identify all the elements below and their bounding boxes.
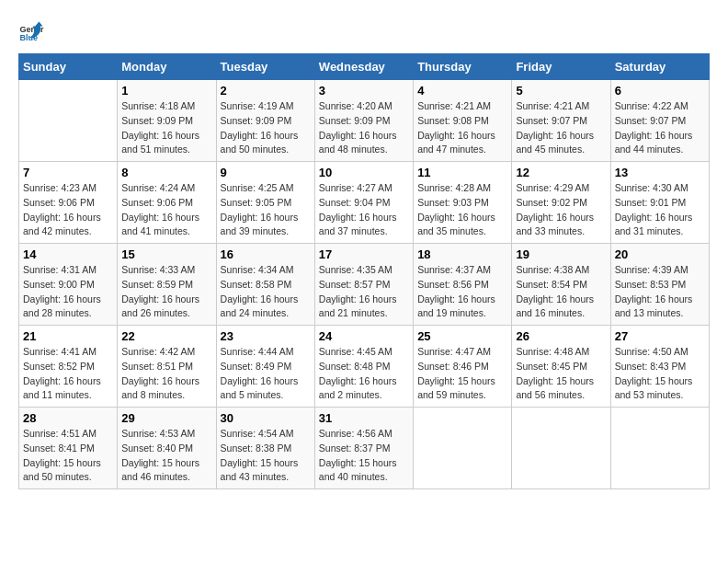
calendar-cell: 30Sunrise: 4:54 AM Sunset: 8:38 PM Dayli… — [216, 408, 314, 489]
day-number: 3 — [319, 84, 409, 98]
calendar-cell: 21Sunrise: 4:41 AM Sunset: 8:52 PM Dayli… — [19, 326, 118, 408]
day-info: Sunrise: 4:45 AM Sunset: 8:48 PM Dayligh… — [319, 345, 409, 403]
day-info: Sunrise: 4:53 AM Sunset: 8:40 PM Dayligh… — [121, 427, 211, 485]
day-number: 22 — [121, 329, 211, 343]
calendar-cell: 26Sunrise: 4:48 AM Sunset: 8:45 PM Dayli… — [512, 326, 610, 408]
calendar-cell: 13Sunrise: 4:30 AM Sunset: 9:01 PM Dayli… — [610, 162, 709, 244]
day-info: Sunrise: 4:31 AM Sunset: 9:00 PM Dayligh… — [23, 263, 113, 321]
day-number: 30 — [221, 411, 311, 425]
calendar-cell: 9Sunrise: 4:25 AM Sunset: 9:05 PM Daylig… — [216, 162, 314, 244]
week-row-3: 14Sunrise: 4:31 AM Sunset: 9:00 PM Dayli… — [19, 244, 710, 326]
column-header-wednesday: Wednesday — [314, 54, 413, 80]
day-info: Sunrise: 4:51 AM Sunset: 8:41 PM Dayligh… — [23, 427, 113, 485]
week-row-5: 28Sunrise: 4:51 AM Sunset: 8:41 PM Dayli… — [19, 408, 710, 489]
day-info: Sunrise: 4:25 AM Sunset: 9:05 PM Dayligh… — [221, 181, 311, 239]
day-number: 28 — [23, 411, 113, 425]
calendar-cell: 1Sunrise: 4:18 AM Sunset: 9:09 PM Daylig… — [118, 80, 216, 162]
day-number: 17 — [319, 247, 409, 261]
calendar-cell: 2Sunrise: 4:19 AM Sunset: 9:09 PM Daylig… — [216, 80, 314, 162]
calendar-cell: 22Sunrise: 4:42 AM Sunset: 8:51 PM Dayli… — [118, 326, 216, 408]
calendar-cell: 18Sunrise: 4:37 AM Sunset: 8:56 PM Dayli… — [414, 244, 512, 326]
day-number: 15 — [121, 247, 211, 261]
calendar-cell: 6Sunrise: 4:22 AM Sunset: 9:07 PM Daylig… — [610, 80, 709, 162]
day-number: 25 — [417, 329, 507, 343]
calendar-cell: 12Sunrise: 4:29 AM Sunset: 9:02 PM Dayli… — [512, 162, 610, 244]
week-row-2: 7Sunrise: 4:23 AM Sunset: 9:06 PM Daylig… — [19, 162, 710, 244]
day-number: 27 — [615, 329, 705, 343]
day-info: Sunrise: 4:24 AM Sunset: 9:06 PM Dayligh… — [121, 181, 211, 239]
calendar-cell: 11Sunrise: 4:28 AM Sunset: 9:03 PM Dayli… — [414, 162, 512, 244]
calendar-cell: 16Sunrise: 4:34 AM Sunset: 8:58 PM Dayli… — [216, 244, 314, 326]
calendar-cell: 31Sunrise: 4:56 AM Sunset: 8:37 PM Dayli… — [314, 408, 413, 489]
day-number: 14 — [23, 247, 113, 261]
calendar-cell: 17Sunrise: 4:35 AM Sunset: 8:57 PM Dayli… — [314, 244, 413, 326]
day-info: Sunrise: 4:23 AM Sunset: 9:06 PM Dayligh… — [23, 181, 113, 239]
day-info: Sunrise: 4:29 AM Sunset: 9:02 PM Dayligh… — [516, 181, 606, 239]
calendar-cell — [414, 408, 512, 489]
page-header: General Blue — [18, 18, 710, 44]
day-info: Sunrise: 4:20 AM Sunset: 9:09 PM Dayligh… — [319, 99, 409, 157]
day-number: 2 — [221, 84, 311, 98]
calendar-cell: 20Sunrise: 4:39 AM Sunset: 8:53 PM Dayli… — [610, 244, 709, 326]
calendar-cell: 10Sunrise: 4:27 AM Sunset: 9:04 PM Dayli… — [314, 162, 413, 244]
day-number: 12 — [516, 166, 606, 179]
day-info: Sunrise: 4:37 AM Sunset: 8:56 PM Dayligh… — [417, 263, 507, 321]
day-info: Sunrise: 4:34 AM Sunset: 8:58 PM Dayligh… — [221, 263, 311, 321]
week-row-1: 1Sunrise: 4:18 AM Sunset: 9:09 PM Daylig… — [19, 80, 710, 162]
calendar-cell: 19Sunrise: 4:38 AM Sunset: 8:54 PM Dayli… — [512, 244, 610, 326]
calendar-cell: 25Sunrise: 4:47 AM Sunset: 8:46 PM Dayli… — [414, 326, 512, 408]
day-info: Sunrise: 4:22 AM Sunset: 9:07 PM Dayligh… — [615, 99, 705, 157]
day-number: 9 — [221, 166, 311, 179]
day-info: Sunrise: 4:18 AM Sunset: 9:09 PM Dayligh… — [121, 99, 211, 157]
day-number: 8 — [121, 166, 211, 179]
calendar-cell: 27Sunrise: 4:50 AM Sunset: 8:43 PM Dayli… — [610, 326, 709, 408]
day-info: Sunrise: 4:44 AM Sunset: 8:49 PM Dayligh… — [221, 345, 311, 403]
day-info: Sunrise: 4:50 AM Sunset: 8:43 PM Dayligh… — [615, 345, 705, 403]
day-number: 29 — [121, 411, 211, 425]
day-number: 16 — [221, 247, 311, 261]
day-info: Sunrise: 4:39 AM Sunset: 8:53 PM Dayligh… — [615, 263, 705, 321]
week-row-4: 21Sunrise: 4:41 AM Sunset: 8:52 PM Dayli… — [19, 326, 710, 408]
column-header-friday: Friday — [512, 54, 610, 80]
logo-icon: General Blue — [18, 18, 44, 44]
day-number: 26 — [516, 329, 606, 343]
calendar-cell: 8Sunrise: 4:24 AM Sunset: 9:06 PM Daylig… — [118, 162, 216, 244]
day-info: Sunrise: 4:30 AM Sunset: 9:01 PM Dayligh… — [615, 181, 705, 239]
day-number: 13 — [615, 166, 705, 179]
calendar-cell: 4Sunrise: 4:21 AM Sunset: 9:08 PM Daylig… — [414, 80, 512, 162]
column-header-sunday: Sunday — [19, 54, 118, 80]
calendar-cell — [19, 80, 118, 162]
day-number: 31 — [319, 411, 409, 425]
day-info: Sunrise: 4:19 AM Sunset: 9:09 PM Dayligh… — [221, 99, 311, 157]
day-number: 21 — [23, 329, 113, 343]
column-header-monday: Monday — [118, 54, 216, 80]
calendar-cell: 29Sunrise: 4:53 AM Sunset: 8:40 PM Dayli… — [118, 408, 216, 489]
day-number: 24 — [319, 329, 409, 343]
calendar-table: SundayMondayTuesdayWednesdayThursdayFrid… — [18, 53, 710, 489]
day-number: 11 — [417, 166, 507, 179]
day-number: 18 — [417, 247, 507, 261]
column-header-thursday: Thursday — [414, 54, 512, 80]
day-number: 7 — [23, 166, 113, 179]
calendar-cell: 15Sunrise: 4:33 AM Sunset: 8:59 PM Dayli… — [118, 244, 216, 326]
calendar-cell: 23Sunrise: 4:44 AM Sunset: 8:49 PM Dayli… — [216, 326, 314, 408]
day-number: 23 — [221, 329, 311, 343]
calendar-cell: 24Sunrise: 4:45 AM Sunset: 8:48 PM Dayli… — [314, 326, 413, 408]
day-info: Sunrise: 4:54 AM Sunset: 8:38 PM Dayligh… — [221, 427, 311, 485]
calendar-cell — [610, 408, 709, 489]
logo: General Blue — [18, 18, 44, 44]
day-number: 10 — [319, 166, 409, 179]
day-info: Sunrise: 4:28 AM Sunset: 9:03 PM Dayligh… — [417, 181, 507, 239]
day-info: Sunrise: 4:38 AM Sunset: 8:54 PM Dayligh… — [516, 263, 606, 321]
calendar-cell: 3Sunrise: 4:20 AM Sunset: 9:09 PM Daylig… — [314, 80, 413, 162]
column-header-tuesday: Tuesday — [216, 54, 314, 80]
calendar-cell: 5Sunrise: 4:21 AM Sunset: 9:07 PM Daylig… — [512, 80, 610, 162]
day-info: Sunrise: 4:48 AM Sunset: 8:45 PM Dayligh… — [516, 345, 606, 403]
day-number: 5 — [516, 84, 606, 98]
day-info: Sunrise: 4:27 AM Sunset: 9:04 PM Dayligh… — [319, 181, 409, 239]
calendar-cell: 14Sunrise: 4:31 AM Sunset: 9:00 PM Dayli… — [19, 244, 118, 326]
day-info: Sunrise: 4:47 AM Sunset: 8:46 PM Dayligh… — [417, 345, 507, 403]
day-number: 20 — [615, 247, 705, 261]
column-header-saturday: Saturday — [610, 54, 709, 80]
day-info: Sunrise: 4:21 AM Sunset: 9:07 PM Dayligh… — [516, 99, 606, 157]
